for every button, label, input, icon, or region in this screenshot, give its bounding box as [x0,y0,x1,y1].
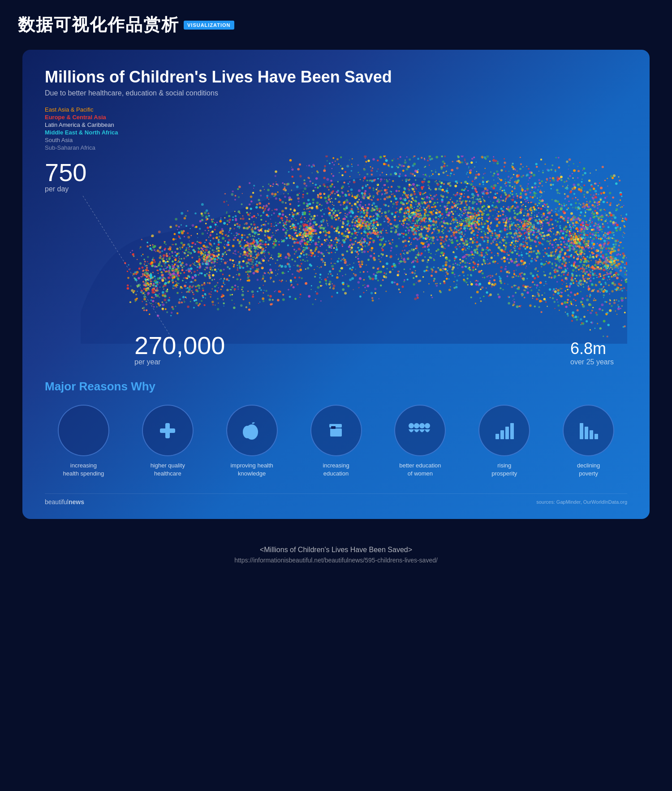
svg-point-2380 [330,180,332,182]
svg-point-4654 [514,212,516,214]
svg-point-5479 [617,287,619,289]
svg-point-421 [146,301,147,302]
svg-point-6297 [561,216,563,217]
svg-point-4039 [529,263,530,264]
svg-point-4513 [468,246,470,247]
svg-point-2432 [335,198,336,200]
svg-point-1320 [257,243,258,244]
svg-point-2272 [327,160,328,161]
svg-point-1462 [283,189,284,190]
svg-point-4116 [465,254,466,255]
svg-point-2000 [317,194,319,196]
svg-point-4163 [502,199,504,201]
svg-point-3414 [415,196,418,198]
svg-point-4210 [534,215,535,216]
svg-point-5586 [556,225,557,226]
svg-point-4008 [482,215,482,216]
svg-point-5588 [580,204,582,206]
svg-point-1869 [335,252,336,253]
svg-point-6303 [585,223,587,225]
svg-point-2617 [316,202,319,204]
svg-point-524 [223,282,224,284]
svg-point-5828 [554,258,556,260]
svg-point-1364 [206,239,207,241]
svg-point-1457 [292,236,293,238]
svg-point-3118 [417,297,419,299]
svg-point-5441 [521,294,523,296]
svg-point-6126 [573,216,576,219]
svg-point-2048 [360,201,362,203]
legend-latin-america[interactable]: Latin America & Caribbean [45,121,627,128]
svg-point-600 [217,308,219,310]
svg-point-2210 [357,242,359,244]
svg-point-2557 [331,210,333,212]
svg-point-1770 [305,261,306,262]
svg-point-756 [202,250,204,251]
svg-point-2403 [321,225,323,226]
svg-point-749 [207,282,208,283]
svg-point-1191 [257,290,258,292]
svg-point-4693 [544,164,546,165]
svg-point-4015 [529,177,530,179]
svg-point-1689 [317,186,319,189]
svg-point-3993 [452,264,454,265]
svg-point-6043 [624,225,625,226]
svg-point-996 [303,246,304,248]
svg-point-3915 [422,276,424,278]
legend-east-asia[interactable]: East Asia & Pacific [45,106,627,113]
svg-point-1817 [335,219,337,221]
svg-point-5261 [510,216,511,218]
svg-point-4858 [475,268,476,270]
svg-point-332 [156,289,159,291]
legend-sub-saharan[interactable]: Sub-Saharan Africa [45,144,627,151]
svg-point-1243 [233,266,235,268]
svg-point-496 [164,278,166,280]
svg-point-3392 [438,188,441,190]
svg-point-5889 [602,256,604,259]
svg-point-5862 [602,309,603,311]
svg-point-2302 [404,161,407,164]
svg-point-3008 [444,243,446,245]
svg-point-4321 [552,297,554,299]
legend-europe[interactable]: Europe & Central Asia [45,114,627,121]
svg-point-2457 [349,278,352,281]
svg-point-5562 [521,252,522,253]
legend-south-asia[interactable]: South Asia [45,137,627,143]
svg-point-1139 [272,299,274,301]
svg-point-647 [194,243,196,245]
svg-point-4985 [525,236,526,237]
svg-point-4922 [487,264,489,265]
svg-point-1916 [289,221,290,222]
svg-point-4512 [519,220,521,222]
svg-point-2289 [404,260,406,263]
svg-point-4427 [522,175,524,177]
svg-point-2040 [336,158,339,160]
svg-point-2790 [415,275,418,277]
svg-point-822 [229,229,231,231]
svg-point-4374 [586,201,588,203]
legend-middle-east[interactable]: Middle East & North Africa [45,129,627,136]
svg-point-1251 [284,256,287,259]
svg-point-3937 [444,282,446,284]
svg-point-3310 [431,158,433,160]
svg-point-228 [137,285,139,287]
svg-point-4181 [451,211,452,212]
svg-point-4169 [457,182,458,184]
svg-point-5478 [595,169,597,171]
svg-point-1404 [317,286,319,289]
svg-point-4754 [508,232,511,234]
svg-point-702 [168,270,170,272]
svg-point-3817 [442,160,444,163]
svg-point-3882 [503,256,506,259]
svg-point-5494 [551,199,553,201]
svg-point-2862 [408,219,410,221]
svg-point-806 [178,257,179,258]
svg-point-4024 [431,268,433,270]
svg-point-4241 [525,193,527,196]
svg-point-670 [227,266,229,268]
svg-point-2344 [349,225,350,227]
svg-point-4075 [475,174,478,176]
svg-point-2105 [404,272,405,274]
svg-point-882 [232,259,234,262]
svg-point-4384 [505,242,507,244]
